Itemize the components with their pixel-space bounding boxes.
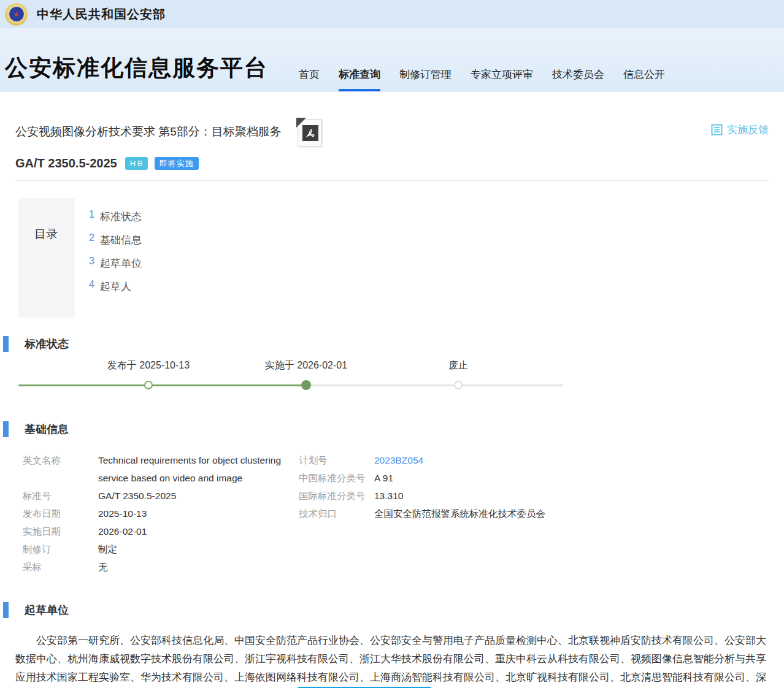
basic-info-grid: 英文名称 Technical requirements for object c… xyxy=(15,451,769,576)
timeline-progress xyxy=(18,384,306,386)
feedback-label: 实施反馈 xyxy=(727,123,769,137)
timeline-label-implemented: 实施于 2026-02-01 xyxy=(233,359,380,372)
implementation-feedback-link[interactable]: 实施反馈 xyxy=(711,119,769,137)
nav-standard-query[interactable]: 标准查询 xyxy=(339,67,380,91)
standard-number: GA/T 2350.5-2025 xyxy=(15,156,117,170)
toc-item-number: 3 xyxy=(89,256,94,266)
timeline-label-published: 发布于 2025-10-13 xyxy=(75,359,222,372)
info-row-english-name: 英文名称 Technical requirements for object c… xyxy=(23,451,299,487)
drafting-units-paragraph: 公安部第一研究所、公安部科技信息化局、中国安全防范产品行业协会、公安部安全与警用… xyxy=(15,632,769,688)
info-row-technical-committee: 技术归口 全国安全防范报警系统标准化技术委员会 xyxy=(299,505,545,522)
gov-site-name: 中华人民共和国公安部 xyxy=(37,6,166,23)
plan-number-link[interactable]: 2023BZ054 xyxy=(374,451,423,469)
police-emblem-icon: ★ xyxy=(5,3,28,26)
standard-title: 公安视频图像分析技术要求 第5部分：目标聚档服务 xyxy=(15,119,282,140)
divider xyxy=(15,180,769,181)
toc-item-status[interactable]: 1标准状态 xyxy=(89,210,142,223)
toc-item-number: 1 xyxy=(89,209,94,220)
toc-item-number: 2 xyxy=(89,232,94,243)
gov-top-bar: ★ 中华人民共和国公安部 xyxy=(0,0,784,28)
timeline-dot-abolished xyxy=(454,381,463,389)
toc-item-label: 标准状态 xyxy=(100,211,142,223)
section-marker xyxy=(3,421,9,437)
feedback-list-icon xyxy=(711,124,723,136)
toc-item-number: 4 xyxy=(89,279,94,289)
nav-revision-management[interactable]: 制修订管理 xyxy=(399,67,452,91)
section-title-basic-info: 基础信息 xyxy=(25,422,69,437)
info-row-adoption: 采标 无 xyxy=(23,558,299,576)
nav-home[interactable]: 首页 xyxy=(299,67,320,91)
section-title-status: 标准状态 xyxy=(25,337,69,351)
toc-item-drafting-units[interactable]: 3起草单位 xyxy=(89,257,142,270)
toc-item-label: 起草单位 xyxy=(100,258,142,269)
section-header-drafting-units: 起草单位 xyxy=(3,602,769,618)
table-of-contents: 目录 1标准状态 2基础信息 3起草单位 4起草人 xyxy=(18,198,769,318)
info-row-ics: 国际标准分类号 13.310 xyxy=(299,487,545,505)
section-marker xyxy=(3,602,9,618)
main-nav: 首页 标准查询 制修订管理 专家立项评审 技术委员会 信息公开 xyxy=(299,67,684,91)
status-timeline: 发布于 2025-10-13 实施于 2026-02-01 废止 xyxy=(15,352,769,418)
nav-info-disclosure[interactable]: 信息公开 xyxy=(623,67,665,91)
info-row-publish-date: 发布日期 2025-10-13 xyxy=(23,505,299,522)
platform-title: 公安标准化信息服务平台 xyxy=(5,53,268,83)
toc-item-label: 基础信息 xyxy=(100,234,142,246)
timeline-label-abolished: 废止 xyxy=(385,359,532,372)
pdf-file-icon[interactable] xyxy=(298,119,322,147)
info-row-standard-no: 标准号 GA/T 2350.5-2025 xyxy=(23,487,299,505)
info-row-revision-type: 制修订 制定 xyxy=(23,540,299,558)
section-header-status: 标准状态 xyxy=(3,336,769,352)
toc-item-drafters[interactable]: 4起草人 xyxy=(89,280,142,293)
info-row-plan-no: 计划号 2023BZ054 xyxy=(299,451,545,469)
nav-technical-committee[interactable]: 技术委员会 xyxy=(552,67,604,91)
section-header-basic-info: 基础信息 xyxy=(3,421,769,437)
hb-badge: HB xyxy=(125,157,148,170)
toc-title: 目录 xyxy=(18,198,74,318)
timeline-dot-published xyxy=(144,381,153,389)
info-row-implement-date: 实施日期 2026-02-01 xyxy=(23,522,299,540)
platform-header: 公安标准化信息服务平台 首页 标准查询 制修订管理 专家立项评审 技术委员会 信… xyxy=(0,28,784,92)
upcoming-implementation-badge: 即将实施 xyxy=(155,157,199,170)
info-row-ccs: 中国标准分类号 A 91 xyxy=(299,469,545,487)
nav-expert-review[interactable]: 专家立项评审 xyxy=(471,67,533,91)
section-title-drafting-units: 起草单位 xyxy=(25,603,69,617)
timeline-dot-implemented xyxy=(301,380,311,390)
drafting-units-text: 公安部第一研究所、公安部科技信息化局、中国安全防范产品行业协会、公安部安全与警用… xyxy=(15,635,766,688)
section-marker xyxy=(3,336,9,352)
toc-item-basic-info[interactable]: 2基础信息 xyxy=(89,234,142,247)
toc-item-label: 起草人 xyxy=(100,281,131,292)
